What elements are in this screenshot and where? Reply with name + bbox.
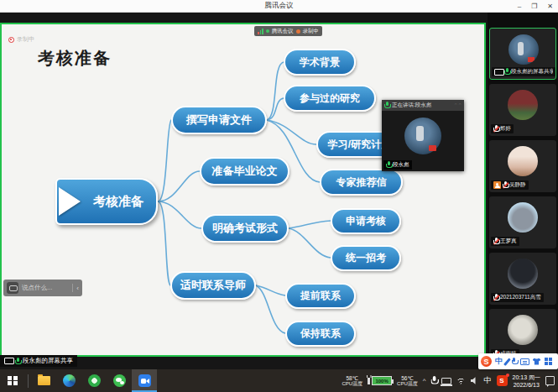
folder-icon [38,376,50,385]
keyboard-icon[interactable] [520,358,529,365]
hidden-icons-chevron[interactable]: ^ [423,377,426,384]
cpu-temp-value: 56℃ [397,375,418,381]
mic-on-icon [384,102,389,109]
screen-share-region: 录制中 腾讯会议 录制中 考核准备 考核准备 撰写申请文件 准备毕业论文 明确考… [0,23,486,357]
taskbar-tencent-meeting[interactable] [132,369,157,392]
skin-tshirt-icon[interactable] [533,358,541,365]
mindmap-leaf-node: 申请考核 [331,208,401,234]
mic-on-icon [15,358,20,365]
tray-laptop-icon[interactable] [441,378,451,384]
edge-browser-icon [63,374,76,387]
cpu-temp-label: CPU温度 [342,381,362,387]
taskbar-file-explorer[interactable] [31,369,56,392]
mindmap-leaf-node: 专家推荐信 [320,169,403,196]
participant-tile[interactable]: 吴静静 [489,140,556,192]
collapse-chevron-icon[interactable]: ‹ [76,285,79,292]
mindmap-leaf-node: 统一招考 [331,245,401,271]
taskbar-browser-360[interactable] [81,369,107,392]
mindmap-branch-node: 准备毕业论文 [200,157,289,186]
participant-name: 2021203711高雪 [500,294,541,301]
battery-percent: 100% [375,379,388,384]
mic-muted-icon [493,125,498,133]
language-mode-button[interactable]: 中 [495,356,503,367]
window-title: 腾讯会议 [265,1,294,11]
mindmap-branch-node: 明确考试形式 [201,214,289,243]
participant-tile[interactable]: 郑婷 [489,84,556,136]
participant-tile[interactable]: 2021203711高雪 [489,253,556,305]
share-banner-label: 段永彪的屏幕共享 [23,357,73,365]
chat-quick-input[interactable]: 说点什么... ‹ [3,280,82,296]
clock-date: 2022/6/13 [513,381,540,389]
mic-on-icon [386,161,391,169]
window-titlebar: 腾讯会议 – ❐ ✕ [0,0,558,13]
participant-name-chip: 2021203711高雪 [491,293,544,302]
participant-name-chip: 吴静静 [491,180,529,190]
host-person-icon [493,181,501,189]
participants-sidebar: 段永彪的屏幕共享 郑婷 吴静静 王梦真 2021203711高雪 [488,13,558,369]
divider [72,284,73,292]
avatar [508,146,538,176]
avatar [508,259,538,289]
participant-tile[interactable]: 王梦真 [489,196,556,248]
taskbar-wechat[interactable] [107,369,132,392]
voice-input-icon[interactable] [512,358,517,365]
sogou-logo-icon[interactable]: S [481,356,492,367]
windows-taskbar: 58℃ CPU温度 100% 56℃ CPU温度 ^ 中 S 20:13 周一 … [0,369,558,392]
wechat-icon [113,374,126,387]
avatar [508,315,538,345]
green-browser-icon [88,374,101,387]
screen-share-banner: 段永彪的屏幕共享 [0,355,77,367]
chat-placeholder[interactable]: 说点什么... [22,284,69,292]
play-triangle-icon [59,187,81,216]
cpu-temp-widget[interactable]: 58℃ CPU温度 [342,375,362,387]
center-node-label: 考核准备 [93,194,143,210]
toolbox-grid-icon[interactable] [545,358,548,361]
start-button[interactable] [0,369,25,392]
mic-muted-icon [493,294,498,301]
participant-name-chip: 段永彪的屏幕共享 [492,67,555,76]
minimize-button[interactable]: – [518,3,521,10]
participant-name: 郑婷 [500,125,511,133]
windows-logo-icon [8,376,18,386]
handwriting-pen-icon[interactable] [503,358,510,365]
mindmap-branch-node: 适时联系导师 [170,271,256,300]
speaker-avatar [404,118,441,154]
avatar [508,90,538,120]
participant-name: 王梦真 [500,238,517,245]
clock-time: 20:13 周一 [513,374,540,381]
cpu-temp-widget[interactable]: 56℃ CPU温度 [397,375,418,387]
participant-name: 吴静静 [509,181,526,189]
tray-mic-icon[interactable] [430,376,436,385]
action-center-icon[interactable] [545,376,555,385]
participant-name-chip: 王梦真 [491,237,519,246]
close-button[interactable]: ✕ [547,3,553,10]
cpu-temp-value: 58℃ [342,375,362,381]
mindmap-leaf-node: 提前联系 [285,283,356,309]
power-plug-icon [368,378,370,384]
battery-widget[interactable]: 100% [368,376,392,385]
wifi-icon[interactable] [456,377,466,384]
mindmap-leaf-node: 学术背景 [284,49,356,76]
screen-share-icon [494,69,503,76]
sogou-tray-icon[interactable]: S [497,375,508,386]
speaker-name-chip: 段永彪 [383,160,412,170]
volume-icon[interactable] [471,377,479,385]
input-language-indicator[interactable]: 中 [484,375,492,386]
mic-muted-icon [503,181,508,189]
speaker-name: 段永彪 [393,161,409,169]
mindmap-center-node: 考核准备 [55,178,158,225]
sogou-input-bar[interactable]: S 中 [478,353,558,369]
speaking-label: 正在讲话:段永彪 [392,102,451,109]
taskbar-edge[interactable] [56,369,81,392]
taskbar-clock[interactable]: 20:13 周一 2022/6/13 [513,374,540,389]
avatar [508,34,539,65]
tencent-meeting-icon [138,374,151,387]
participant-tile[interactable]: 段永彪的屏幕共享 [489,28,556,80]
divider [28,374,29,388]
active-speaker-window[interactable]: 正在讲话:段永彪 ⌃⌃ 段永彪 [382,100,464,171]
cpu-temp-label: CPU温度 [397,381,418,387]
mindmap-branch-node: 撰写申请文件 [171,106,267,134]
mindmap-leaf-node: 保持联系 [285,321,356,347]
mic-on-icon [504,68,509,76]
restore-button[interactable]: ❐ [531,3,537,10]
